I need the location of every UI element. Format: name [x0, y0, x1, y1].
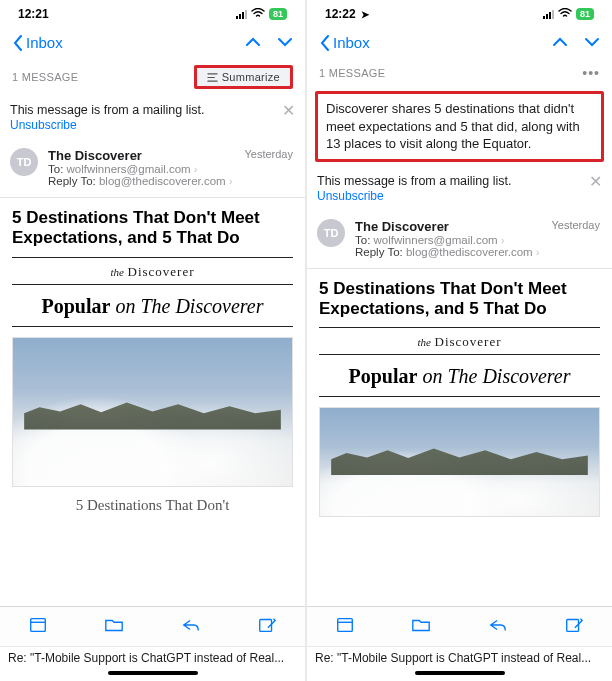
- popular-heading: Popular on The Discoverer: [12, 285, 293, 327]
- unsubscribe-link[interactable]: Unsubscribe: [317, 189, 512, 203]
- svg-rect-0: [31, 618, 46, 631]
- unsubscribe-link[interactable]: Unsubscribe: [10, 118, 205, 132]
- nav-bar: Inbox: [0, 28, 305, 59]
- subject: 5 Destinations That Don't Meet Expectati…: [0, 198, 305, 257]
- status-bar: 12:22 ➤ 81: [307, 0, 612, 28]
- nav-bar: Inbox: [307, 28, 612, 59]
- status-time: 12:21: [18, 7, 49, 21]
- battery-badge: 81: [269, 8, 287, 20]
- to-value: wolfwinners@gmail.com: [67, 163, 191, 175]
- status-bar: 12:21 81: [0, 0, 305, 28]
- back-button[interactable]: Inbox: [12, 34, 63, 51]
- message-count-row: 1 MESSAGE Summarize: [0, 59, 305, 95]
- to-label: To:: [355, 234, 370, 246]
- next-message-button[interactable]: [277, 32, 293, 53]
- chevron-left-icon: [12, 35, 24, 51]
- hero-caption: 5 Destinations That Don't: [12, 487, 293, 518]
- more-button[interactable]: •••: [582, 65, 600, 81]
- dismiss-notice-button[interactable]: ✕: [274, 103, 295, 119]
- summarize-icon: [207, 72, 218, 83]
- compose-button[interactable]: [564, 616, 584, 638]
- bottom-toolbar: [0, 606, 305, 646]
- chevron-right-icon: ›: [229, 176, 232, 187]
- to-value: wolfwinners@gmail.com: [374, 234, 498, 246]
- back-label: Inbox: [333, 34, 370, 51]
- reply-to-value: blog@thediscoverer.com: [406, 246, 533, 258]
- popular-heading: Popular on The Discoverer: [319, 355, 600, 397]
- chevron-right-icon: ›: [536, 247, 539, 258]
- back-button[interactable]: Inbox: [319, 34, 370, 51]
- reply-button[interactable]: [181, 616, 201, 638]
- mailing-list-notice: This message is from a mailing list. Uns…: [317, 174, 602, 213]
- status-time: 12:22: [325, 7, 356, 21]
- battery-badge: 81: [576, 8, 594, 20]
- message-count: 1 MESSAGE: [319, 67, 385, 79]
- prev-message-button[interactable]: [245, 32, 261, 53]
- chevron-right-icon: ›: [501, 235, 504, 246]
- home-indicator[interactable]: [108, 671, 198, 675]
- timestamp: Yesterday: [244, 148, 293, 160]
- compose-button[interactable]: [257, 616, 277, 638]
- hero-image: [319, 407, 600, 517]
- move-button[interactable]: [104, 616, 124, 638]
- chevron-right-icon: ›: [194, 164, 197, 175]
- back-label: Inbox: [26, 34, 63, 51]
- timestamp: Yesterday: [551, 219, 600, 231]
- phone-left: 12:21 81 Inbox 1 MESSAGE Summarize: [0, 0, 305, 681]
- wifi-icon: [251, 7, 265, 21]
- hero-image: [12, 337, 293, 487]
- message-count: 1 MESSAGE: [12, 71, 78, 83]
- wifi-icon: [558, 7, 572, 21]
- mailing-list-text: This message is from a mailing list.: [317, 174, 512, 188]
- mailing-list-notice: This message is from a mailing list. Uns…: [10, 103, 295, 142]
- ai-summary-box[interactable]: Discoverer shares 5 destinations that di…: [315, 91, 604, 162]
- bottom-toolbar: [307, 606, 612, 646]
- preview-line[interactable]: Re: "T-Mobile Support is ChatGPT instead…: [0, 646, 305, 667]
- reply-button[interactable]: [488, 616, 508, 638]
- message-header[interactable]: TD The Discoverer To: wolfwinners@gmail.…: [307, 213, 612, 269]
- reply-to-value: blog@thediscoverer.com: [99, 175, 226, 187]
- cellular-icon: [236, 10, 247, 19]
- location-icon: ➤: [361, 9, 369, 20]
- to-label: To:: [48, 163, 63, 175]
- subject: 5 Destinations That Don't Meet Expectati…: [307, 269, 612, 328]
- preview-line[interactable]: Re: "T-Mobile Support is ChatGPT instead…: [307, 646, 612, 667]
- reply-to-label: Reply To:: [355, 246, 403, 258]
- next-message-button[interactable]: [584, 32, 600, 53]
- sender-avatar: TD: [10, 148, 38, 176]
- email-body[interactable]: the Discoverer Popular on The Discoverer: [307, 327, 612, 517]
- phone-right: 12:22 ➤ 81 Inbox 1 MESSAGE ••• Disco: [307, 0, 612, 681]
- mailing-list-text: This message is from a mailing list.: [10, 103, 205, 117]
- prev-message-button[interactable]: [552, 32, 568, 53]
- email-body[interactable]: the Discoverer Popular on The Discoverer…: [0, 257, 305, 518]
- home-indicator[interactable]: [415, 671, 505, 675]
- reply-to-label: Reply To:: [48, 175, 96, 187]
- archive-button[interactable]: [335, 616, 355, 638]
- move-button[interactable]: [411, 616, 431, 638]
- dismiss-notice-button[interactable]: ✕: [581, 174, 602, 190]
- sender-avatar: TD: [317, 219, 345, 247]
- message-header[interactable]: TD The Discoverer To: wolfwinners@gmail.…: [0, 142, 305, 198]
- brand-header: the Discoverer: [12, 257, 293, 285]
- message-count-row: 1 MESSAGE •••: [307, 59, 612, 87]
- svg-rect-2: [338, 618, 353, 631]
- cellular-icon: [543, 10, 554, 19]
- chevron-left-icon: [319, 35, 331, 51]
- archive-button[interactable]: [28, 616, 48, 638]
- summarize-button[interactable]: Summarize: [194, 65, 293, 89]
- brand-header: the Discoverer: [319, 327, 600, 355]
